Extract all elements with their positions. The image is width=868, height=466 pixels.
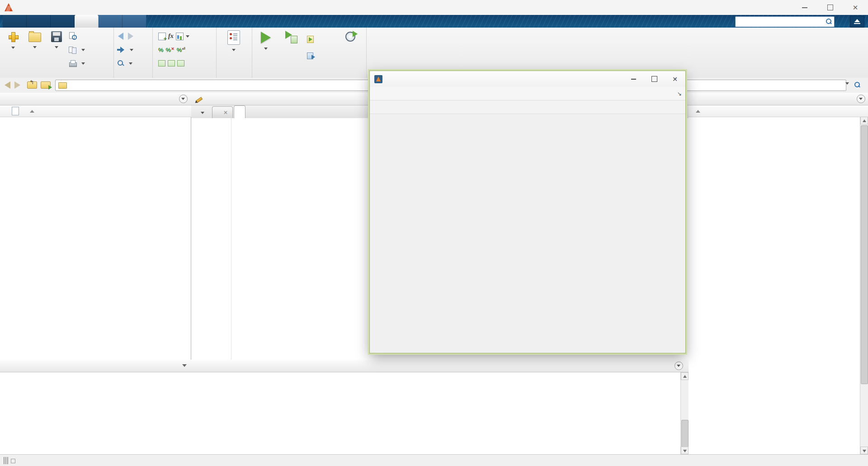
current-folder-panel [0,93,191,454]
minimize-button[interactable] [792,0,817,15]
tab-home[interactable] [3,15,27,28]
find-button[interactable] [117,58,132,69]
command-window-scrollbar[interactable] [680,372,689,454]
open-button[interactable] [24,30,46,68]
save-icon [51,31,62,42]
tab-view[interactable] [123,15,146,28]
workspace-menu-icon[interactable] [857,95,865,103]
figure-close-button[interactable] [665,71,685,87]
collapse-details-icon[interactable] [182,364,187,367]
figure-logo-icon [374,75,382,83]
tab-publish[interactable] [99,15,123,28]
close-button[interactable] [843,0,868,15]
maximize-button[interactable] [817,0,843,15]
matlab-window: fx % % % [0,0,868,466]
find-icon [117,60,124,67]
up-folder-icon[interactable] [27,81,37,89]
file-list-header[interactable] [0,105,191,117]
goto-button[interactable] [117,44,133,55]
run-section-button[interactable] [307,34,317,45]
breakpoints-icon [227,30,240,45]
recent-folders-dropdown-icon[interactable] [845,82,849,85]
comment-icon[interactable]: % [158,47,164,53]
scroll-up-icon[interactable] [681,372,689,380]
workspace-variable-list [689,117,860,454]
file-type-column-icon [12,107,19,115]
scroll-down-icon[interactable] [681,447,689,454]
plot-area [370,114,685,353]
nav-forward-icon[interactable] [14,81,20,89]
uncomment-icon[interactable]: % [166,47,175,53]
editor-tab-main-is95-forward[interactable] [234,105,245,118]
figure-title-bar[interactable] [370,71,685,87]
command-window-body[interactable] [191,372,679,454]
wrap-comments-icon[interactable]: % [177,47,185,53]
compare-button[interactable] [69,44,85,55]
panel-menu-icon[interactable] [179,95,188,103]
goto-icon [117,47,125,53]
editor-pencil-icon [195,95,203,103]
tab-overflow-button[interactable] [191,107,212,118]
browse-folder-icon[interactable] [41,81,51,89]
current-folder-header [0,93,191,105]
tab-plots[interactable] [27,15,51,28]
run-time-button[interactable] [339,30,364,68]
run-icon [261,32,271,43]
ribbon-group-run [252,28,367,78]
file-list [0,117,191,360]
ribbon-group-edit: fx % % % [152,28,217,78]
nav-back-icon[interactable] [5,81,10,89]
figure-maximize-button[interactable] [644,71,665,87]
workspace-panel [689,93,868,454]
ribbon-group-navigate [113,28,153,78]
search-icon[interactable] [825,18,832,25]
insert-figure-icon[interactable] [176,33,184,40]
find-files-button[interactable] [69,31,79,42]
save-button[interactable] [45,30,68,68]
search-input[interactable] [738,18,825,26]
menu-overflow-icon[interactable]: ↘ [677,90,682,97]
forward-icon[interactable] [128,33,133,40]
doc-search-box[interactable] [735,16,835,27]
workspace-header [689,93,868,105]
run-advance-button[interactable] [279,30,304,68]
details-header[interactable] [0,360,191,372]
workspace-scrollbar[interactable] [860,117,868,454]
status-bar [0,454,868,466]
indent-right-icon[interactable] [168,60,175,67]
title-bar [0,0,868,15]
insert-section-icon[interactable] [158,33,166,40]
advance-button[interactable] [307,50,317,61]
compare-icon [69,46,77,53]
indent-left-icon[interactable] [177,60,184,67]
insert-function-icon[interactable]: fx [168,33,174,40]
collapse-ribbon-button[interactable] [850,16,864,28]
close-tab-icon[interactable]: ✕ [223,109,228,116]
tab-editor[interactable] [75,15,99,28]
command-window-panel [191,360,689,454]
scrollbar-thumb[interactable] [681,420,689,447]
figure-minimize-button[interactable] [623,71,644,87]
current-folder-icon [58,82,67,89]
sort-ascending-icon [696,110,700,113]
statusbar-grip[interactable] [4,457,15,464]
new-button[interactable] [2,30,24,68]
ribbon-group-breakpoints [216,28,252,78]
folder-search-icon[interactable] [854,81,861,89]
run-button[interactable] [255,30,277,68]
scrollbar-thumb[interactable] [861,125,868,384]
ber-plot[interactable] [370,114,685,353]
scroll-down-icon[interactable] [860,447,868,454]
figure-window[interactable]: ↘ [370,71,685,353]
run-and-time-icon [345,31,358,43]
tab-apps[interactable] [51,15,75,28]
breakpoints-button[interactable] [222,30,245,68]
editor-tab-demodulator[interactable]: ✕ [212,106,233,118]
smart-indent-icon[interactable] [158,60,165,67]
scroll-up-icon[interactable] [860,117,868,124]
print-button[interactable] [69,58,85,69]
workspace-column-headers[interactable] [689,105,868,117]
back-icon[interactable] [118,33,123,40]
command-window-menu-icon[interactable] [675,361,683,370]
figure-toolbar [370,100,685,114]
